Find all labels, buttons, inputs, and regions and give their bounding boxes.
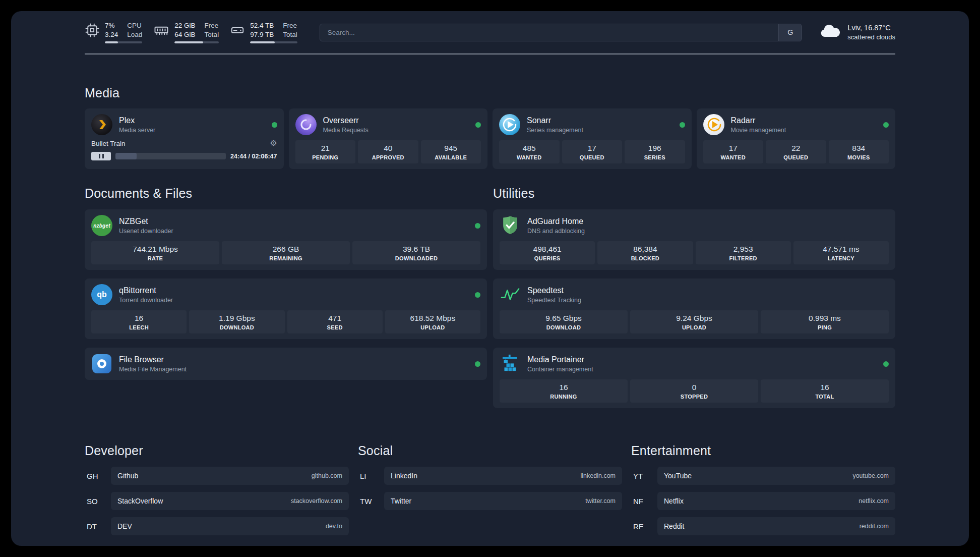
overseerr-icon — [295, 114, 317, 135]
service-desc: Movie management — [731, 127, 786, 134]
service-header-adguard[interactable]: AdGuard Home DNS and adblocking — [500, 215, 889, 236]
stat-label: SEED — [289, 324, 381, 330]
service-card-nzbget: nzbget NZBGet Usenet downloader 744.21 M… — [85, 209, 487, 270]
stat-label: UPLOAD — [387, 324, 478, 330]
bookmark-domain: youtube.com — [852, 472, 889, 479]
bookmark-stackoverflow[interactable]: SO StackOverflow stackoverflow.com — [85, 492, 349, 510]
service-desc: Container management — [527, 366, 593, 373]
service-card-plex: Plex Media server Bullet Train ⚙ — [85, 108, 284, 169]
gear-icon[interactable]: ⚙ — [270, 139, 277, 147]
service-name: AdGuard Home — [527, 216, 585, 227]
status-dot — [272, 122, 277, 128]
stat-label: WANTED — [501, 154, 558, 160]
bookmark-name: Github — [117, 472, 138, 480]
bookmark-reddit[interactable]: RE Reddit reddit.com — [631, 517, 895, 535]
filebrowser-icon — [91, 353, 112, 374]
service-stats: 744.21 Mbps RATE 266 GB REMAINING 39.6 T… — [91, 241, 480, 264]
stat-label: DOWNLOAD — [502, 324, 626, 330]
service-header-portainer[interactable]: Media Portainer Container management — [500, 353, 889, 374]
speedtest-icon — [500, 284, 521, 305]
topbar: 7% CPU 3.24 Load — [85, 11, 895, 43]
stat-label: LEECH — [93, 324, 185, 330]
nzbget-icon: nzbget — [91, 215, 112, 236]
bookmark-github[interactable]: GH Github github.com — [85, 467, 349, 485]
section-title-entertainment: Entertainment — [631, 443, 895, 458]
stat-value: 39.6 TB — [354, 245, 478, 254]
search-input[interactable] — [320, 24, 779, 41]
disk-label-top: Free — [283, 21, 297, 30]
service-header-radarr[interactable]: Radarr Movie management — [703, 114, 889, 135]
stat-label: FILTERED — [698, 255, 789, 261]
service-header-overseerr[interactable]: Overseerr Media Requests — [295, 114, 481, 135]
bookmark-abbr: TW — [358, 497, 384, 506]
status-dot — [883, 122, 889, 128]
bookmark-dev[interactable]: DT DEV dev.to — [85, 517, 349, 535]
stat-label: REMAINING — [224, 255, 348, 261]
stat-value: 618.52 Mbps — [387, 314, 478, 323]
bookmark-abbr: SO — [85, 497, 111, 506]
memory-progressbar — [174, 41, 219, 43]
stat-value: 498,461 — [502, 245, 593, 254]
disk-widget: 52.4 TB Free 97.9 TB Total — [230, 21, 297, 43]
adguard-icon — [500, 215, 521, 236]
stat-tile: 266 GB REMAINING — [222, 241, 350, 264]
stat-value: 834 — [831, 144, 887, 153]
cpu-chip-icon — [85, 21, 100, 38]
pause-button[interactable] — [91, 152, 111, 160]
bookmark-linkedin[interactable]: LI LinkedIn linkedin.com — [358, 467, 622, 485]
service-header-filebrowser[interactable]: File Browser Media File Management — [91, 353, 480, 374]
service-header-nzbget[interactable]: nzbget NZBGet Usenet downloader — [91, 215, 480, 236]
utilities-column: Utilities — [493, 186, 895, 408]
memory-total: 64 GiB — [174, 30, 195, 39]
service-name: Speedtest — [527, 286, 581, 296]
service-header-plex[interactable]: Plex Media server — [91, 114, 277, 135]
stat-value: 86,384 — [599, 245, 691, 254]
stat-tile: 744.21 Mbps RATE — [91, 241, 219, 264]
service-header-sonarr[interactable]: Sonarr Series management — [499, 114, 685, 135]
service-stats: 485 WANTED 17 QUEUED 196 SERIES — [499, 140, 685, 163]
stat-tile: 9.65 Gbps DOWNLOAD — [500, 310, 628, 333]
stat-label: APPROVED — [360, 154, 416, 160]
bookmark-domain: twitter.com — [585, 497, 616, 505]
service-name: Plex — [119, 116, 155, 126]
stat-tile: 0.993 ms PING — [761, 310, 889, 333]
weather-condition: scattered clouds — [847, 33, 895, 41]
stat-value: 22 — [768, 144, 824, 153]
weather-location: Lviv, 16.87°C — [847, 23, 895, 33]
search-provider-button[interactable]: G — [778, 24, 802, 41]
bookmark-domain: github.com — [312, 472, 342, 479]
service-name: File Browser — [119, 355, 187, 365]
stat-value: 945 — [423, 144, 479, 153]
stat-value: 16 — [93, 314, 185, 323]
service-header-speedtest[interactable]: Speedtest Speedtest Tracking — [500, 284, 889, 305]
service-header-qbittorrent[interactable]: qb qBittorrent Torrent downloader — [91, 284, 480, 305]
stat-value: 471 — [289, 314, 381, 323]
stat-value: 16 — [502, 383, 626, 392]
weather-widget[interactable]: Lviv, 16.87°C scattered clouds — [819, 23, 895, 41]
memory-free: 22 GiB — [174, 21, 195, 30]
disk-total: 97.9 TB — [250, 30, 274, 39]
bookmark-domain: linkedin.com — [581, 472, 616, 479]
bookmark-abbr: NF — [631, 497, 657, 506]
stat-label: QUERIES — [502, 255, 593, 261]
stat-label: PING — [763, 324, 887, 330]
stat-label: SERIES — [627, 154, 683, 160]
cpu-widget: 7% CPU 3.24 Load — [85, 21, 142, 43]
bookmark-netflix[interactable]: NF Netflix netflix.com — [631, 492, 895, 510]
stat-label: AVAILABLE — [423, 154, 479, 160]
stat-value: 744.21 Mbps — [93, 245, 217, 254]
bookmark-name: Twitter — [391, 497, 411, 505]
bookmarks: Developer GH Github github.com SO StackO… — [85, 443, 895, 542]
media-player: Bullet Train ⚙ 24:44 / 02:06:47 — [91, 139, 277, 160]
stat-value: 40 — [360, 144, 416, 153]
bookmark-twitter[interactable]: TW Twitter twitter.com — [358, 492, 622, 510]
service-desc: Media Requests — [323, 127, 369, 134]
memory-icon — [153, 21, 169, 38]
bookmark-youtube[interactable]: YT YouTube youtube.com — [631, 467, 895, 485]
service-card-filebrowser: File Browser Media File Management — [85, 348, 487, 380]
bookmark-abbr: DT — [85, 522, 111, 531]
now-playing-title: Bullet Train — [91, 140, 126, 147]
player-progressbar[interactable] — [115, 153, 226, 159]
stat-tile: 16 LEECH — [91, 310, 187, 333]
service-stats: 17 WANTED 22 QUEUED 834 MOVIES — [703, 140, 889, 163]
